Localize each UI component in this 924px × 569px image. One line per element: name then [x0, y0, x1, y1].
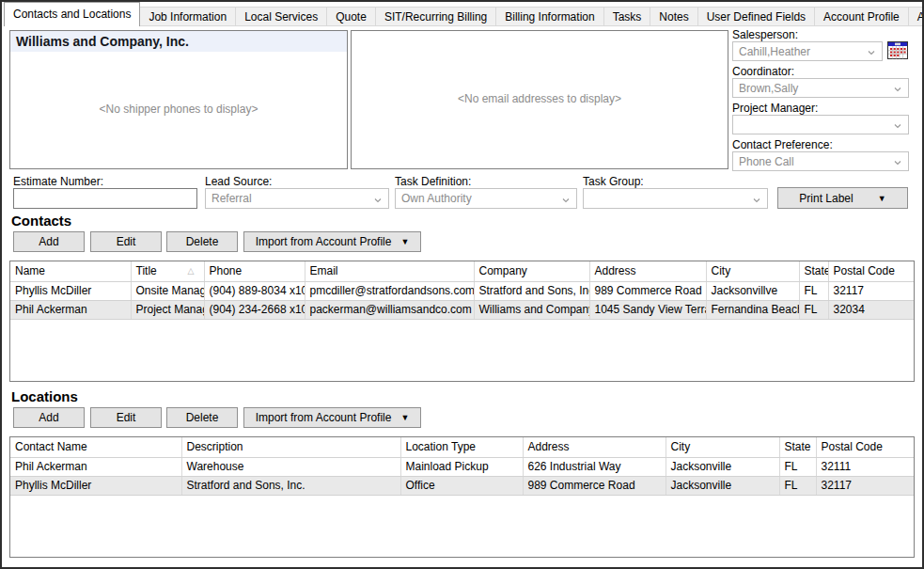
task-group-label: Task Group:	[583, 175, 644, 188]
chevron-down-icon	[868, 49, 875, 56]
task-definition-label: Task Definition:	[395, 175, 471, 188]
locations-table: Contact Name Description Location Type A…	[9, 436, 915, 558]
cell-state: FL	[779, 476, 816, 495]
chevron-down-icon	[374, 197, 382, 204]
task-definition-select[interactable]: Own Authority	[395, 188, 577, 209]
chevron-down-icon	[562, 197, 570, 204]
tab-contacts-and-locations[interactable]: Contacts and Locations	[4, 2, 140, 26]
sort-ascending-icon: △	[188, 266, 195, 276]
contacts-edit-button[interactable]: Edit	[90, 231, 162, 252]
cell-state: FL	[799, 300, 828, 319]
estimate-number-input[interactable]	[13, 188, 197, 209]
cell-title: Project Manager	[131, 300, 204, 319]
locations-edit-button[interactable]: Edit	[90, 407, 162, 428]
coordinator-select[interactable]: Brown,Sally	[732, 78, 909, 98]
coordinator-value: Brown,Sally	[739, 82, 798, 95]
contacts-column-company[interactable]: Company	[474, 261, 589, 281]
contacts-column-phone[interactable]: Phone	[204, 261, 305, 281]
tab-agents[interactable]: Agents	[908, 7, 924, 26]
shipper-company-name: Williams and Company, Inc.	[10, 31, 347, 52]
cell-description: Stratford and Sons, Inc.	[181, 476, 400, 495]
salesperson-select[interactable]: Cahill,Heather	[732, 41, 883, 61]
project-manager-label: Project Manager:	[732, 102, 818, 115]
tab-notes[interactable]: Notes	[650, 7, 697, 26]
locations-column-city[interactable]: City	[666, 437, 779, 457]
contacts-delete-button[interactable]: Delete	[166, 231, 238, 252]
contacts-row-phyllis-mcdiller[interactable]: Phyllis McDiller Onsite Manager (904) 88…	[10, 281, 914, 300]
tab-job-information[interactable]: Job Information	[139, 7, 236, 26]
contacts-column-title[interactable]: △ Title	[131, 261, 204, 281]
tab-account-profile[interactable]: Account Profile	[814, 7, 909, 26]
calendar-icon[interactable]	[887, 41, 908, 59]
tab-local-services[interactable]: Local Services	[235, 7, 327, 26]
print-label-button[interactable]: Print Label ▼	[777, 187, 908, 209]
contacts-add-button[interactable]: Add	[13, 231, 85, 252]
cell-city: Jacksonville	[666, 457, 779, 476]
locations-heading: Locations	[11, 388, 78, 404]
locations-column-address[interactable]: Address	[523, 437, 666, 457]
cell-city: Fernandina Beach	[706, 300, 799, 319]
tab-sit-recurring-billing[interactable]: SIT/Recurring Billing	[375, 7, 496, 26]
contacts-header-row: Name △ Title Phone Email Company Address…	[10, 261, 914, 281]
cell-state: FL	[799, 281, 828, 300]
locations-header-row: Contact Name Description Location Type A…	[10, 437, 914, 457]
cell-name: Phil Ackerman	[10, 300, 131, 319]
cell-description: Warehouse	[181, 457, 400, 476]
tab-tasks[interactable]: Tasks	[603, 7, 651, 26]
locations-add-button[interactable]: Add	[13, 407, 85, 428]
no-email-addresses-message: <No email addresses to display>	[352, 92, 728, 105]
cell-name: Phyllis McDiller	[10, 281, 131, 300]
estimate-number-label: Estimate Number:	[13, 175, 103, 188]
task-group-select[interactable]	[583, 188, 768, 209]
contacts-import-from-account-profile-button[interactable]: Import from Account Profile ▼	[243, 231, 421, 252]
cell-phone: (904) 234-2668 x10	[204, 300, 305, 319]
locations-column-description[interactable]: Description	[181, 437, 400, 457]
shipper-phones-panel: Williams and Company, Inc. <No shipper p…	[9, 30, 348, 169]
cell-address: 989 Commerce Road	[523, 476, 666, 495]
locations-import-label: Import from Account Profile	[256, 411, 392, 424]
tab-billing-information[interactable]: Billing Information	[495, 7, 603, 26]
tab-user-defined-fields[interactable]: User Defined Fields	[697, 7, 815, 26]
coordinator-label: Coordinator:	[732, 65, 794, 78]
menu-arrow-icon: ▼	[400, 237, 409, 246]
contacts-row-phil-ackerman[interactable]: Phil Ackerman Project Manager (904) 234-…	[10, 300, 914, 319]
tab-quote[interactable]: Quote	[326, 7, 376, 26]
contacts-column-email[interactable]: Email	[305, 261, 474, 281]
locations-column-contact-name[interactable]: Contact Name	[10, 437, 181, 457]
contact-preference-select[interactable]: Phone Call	[732, 151, 909, 171]
contacts-column-city[interactable]: City	[706, 261, 799, 281]
locations-import-from-account-profile-button[interactable]: Import from Account Profile ▼	[243, 407, 421, 428]
salesperson-label: Salesperson:	[732, 28, 798, 41]
cell-city: Jacksonvillve	[706, 281, 799, 300]
cell-company: Stratford and Sons, Inc.	[474, 281, 589, 300]
cell-postal-code: 32117	[828, 281, 914, 300]
cell-postal-code: 32111	[816, 457, 914, 476]
locations-column-state[interactable]: State	[779, 437, 816, 457]
locations-row-phyllis-mcdiller[interactable]: Phyllis McDiller Stratford and Sons, Inc…	[10, 476, 914, 495]
contacts-column-name[interactable]: Name	[10, 261, 131, 281]
contacts-import-label: Import from Account Profile	[256, 235, 392, 248]
lead-source-select[interactable]: Referral	[205, 188, 389, 209]
cell-postal-code: 32034	[828, 300, 914, 319]
chevron-down-icon	[894, 122, 901, 130]
contacts-column-address[interactable]: Address	[589, 261, 706, 281]
contacts-column-postal-code[interactable]: Postal Code	[828, 261, 914, 281]
print-label-button-label: Print Label	[799, 192, 853, 205]
contacts-column-state[interactable]: State	[799, 261, 828, 281]
locations-row-phil-ackerman[interactable]: Phil Ackerman Warehouse Mainload Pickup …	[10, 457, 914, 476]
project-manager-select[interactable]	[732, 115, 909, 134]
menu-arrow-icon: ▼	[400, 413, 409, 422]
no-shipper-phones-message: <No shipper phones to display>	[10, 103, 347, 116]
chevron-down-icon	[894, 86, 901, 93]
salesperson-value: Cahill,Heather	[739, 45, 810, 58]
cell-city: Jacksonville	[666, 476, 779, 495]
lead-source-value: Referral	[211, 192, 252, 205]
lead-source-label: Lead Source:	[205, 175, 272, 188]
locations-delete-button[interactable]: Delete	[166, 407, 238, 428]
contact-preference-label: Contact Preference:	[732, 138, 833, 151]
chevron-down-icon	[753, 197, 760, 204]
locations-column-postal-code[interactable]: Postal Code	[816, 437, 914, 457]
menu-arrow-icon: ▼	[878, 194, 886, 203]
locations-column-location-type[interactable]: Location Type	[400, 437, 523, 457]
cell-email: pmcdiller@stratfordandsons.com	[305, 281, 474, 300]
